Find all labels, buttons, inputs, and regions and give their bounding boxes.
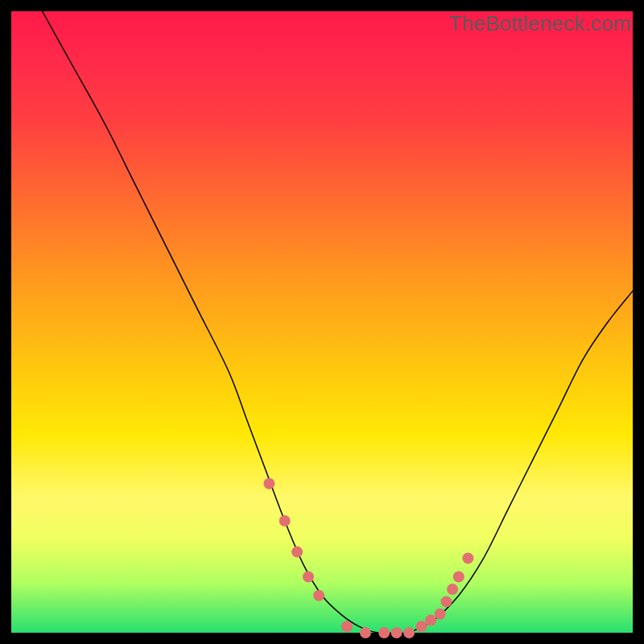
highlight-dot — [391, 627, 402, 638]
highlight-dot — [453, 572, 464, 583]
bottleneck-curve — [43, 11, 633, 634]
highlight-dot — [378, 627, 390, 638]
plot-area — [11, 11, 633, 633]
highlight-dot — [360, 627, 371, 638]
highlight-dot — [435, 609, 446, 620]
highlight-dot — [303, 572, 314, 583]
highlight-dot — [425, 615, 436, 626]
highlight-dot — [313, 590, 324, 601]
highlight-dot — [440, 596, 452, 607]
highlight-dot — [291, 547, 303, 558]
highlight-dot — [279, 515, 291, 526]
highlight-dot — [416, 621, 427, 632]
highlight-dot — [263, 478, 275, 489]
highlight-dot — [341, 621, 353, 632]
highlight-dot — [462, 552, 473, 564]
highlight-dot — [447, 584, 458, 595]
curve-layer — [11, 11, 633, 633]
watermark-text: TheBottleneck.com — [449, 11, 631, 36]
highlight-dots — [263, 478, 473, 638]
chart-frame: TheBottleneck.com — [0, 0, 644, 644]
highlight-dot — [403, 627, 415, 638]
